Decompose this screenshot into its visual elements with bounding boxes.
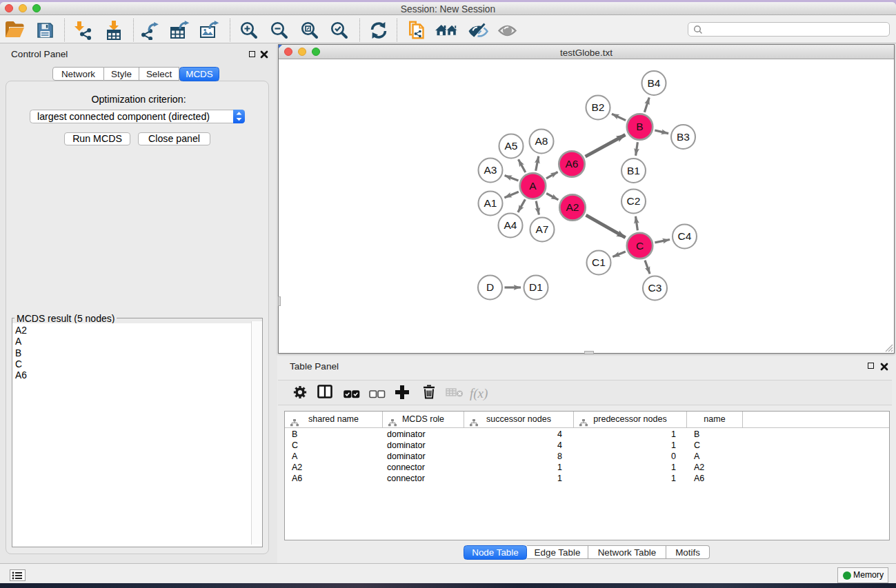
svg-text:A7: A7	[536, 223, 549, 235]
svg-text:B3: B3	[677, 131, 690, 143]
svg-text:A5: A5	[505, 140, 518, 152]
svg-text:A1: A1	[484, 197, 497, 209]
svg-text:B4: B4	[648, 77, 661, 89]
svg-text:C: C	[636, 240, 644, 252]
svg-text:B2: B2	[592, 101, 605, 113]
svg-text:A4: A4	[504, 219, 517, 231]
svg-text:A2: A2	[566, 201, 579, 213]
svg-text:C4: C4	[678, 230, 692, 242]
svg-text:D1: D1	[529, 281, 543, 293]
svg-text:A3: A3	[484, 164, 497, 176]
svg-text:A: A	[529, 180, 537, 192]
svg-text:A6: A6	[566, 158, 579, 170]
svg-text:A8: A8	[535, 135, 548, 147]
svg-text:C3: C3	[648, 282, 662, 294]
svg-text:C2: C2	[627, 195, 641, 207]
svg-text:B1: B1	[627, 165, 640, 176]
svg-text:C1: C1	[592, 256, 606, 268]
svg-text:B: B	[636, 121, 643, 132]
svg-text:D: D	[486, 281, 494, 293]
